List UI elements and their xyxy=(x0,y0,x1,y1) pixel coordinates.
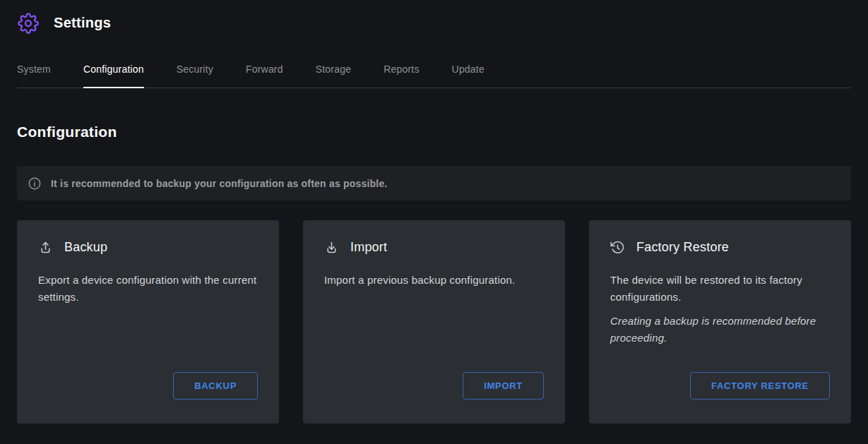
card-note: Creating a backup is recommended before … xyxy=(610,313,830,347)
tab-storage[interactable]: Storage xyxy=(316,64,351,88)
upload-icon xyxy=(38,240,53,255)
settings-gear-icon xyxy=(17,12,40,35)
backup-card-header: Backup xyxy=(38,240,258,255)
tab-security[interactable]: Security xyxy=(177,64,213,88)
info-banner-text: It is recommended to backup your configu… xyxy=(51,178,387,189)
factory-restore-card: Factory Restore The device will be resto… xyxy=(589,220,851,424)
configuration-cards: Backup Export a device configuration wit… xyxy=(17,220,851,424)
factory-restore-button[interactable]: FACTORY RESTORE xyxy=(690,372,830,400)
app-title: Settings xyxy=(54,15,111,31)
section-title: Configuration xyxy=(17,124,851,140)
tab-configuration[interactable]: Configuration xyxy=(83,64,144,88)
settings-page: Settings System Configuration Security F… xyxy=(0,0,868,444)
tab-reports[interactable]: Reports xyxy=(384,64,419,88)
card-description: The device will be restored to its facto… xyxy=(610,272,830,306)
card-title: Backup xyxy=(64,240,107,255)
tab-system[interactable]: System xyxy=(17,64,51,88)
import-card: Import Import a previous backup configur… xyxy=(303,220,565,424)
import-button[interactable]: IMPORT xyxy=(463,372,544,400)
tab-update[interactable]: Update xyxy=(452,64,484,88)
tab-forward[interactable]: Forward xyxy=(246,64,283,88)
download-icon xyxy=(324,240,339,255)
backup-button[interactable]: BACKUP xyxy=(173,372,258,400)
card-title: Import xyxy=(350,240,387,255)
info-banner: It is recommended to backup your configu… xyxy=(17,166,851,200)
card-description: Export a device configuration with the c… xyxy=(38,272,258,306)
backup-card: Backup Export a device configuration wit… xyxy=(17,220,279,424)
settings-tabs: System Configuration Security Forward St… xyxy=(17,64,851,88)
card-description: Import a previous backup configuration. xyxy=(324,272,544,289)
info-icon xyxy=(28,176,42,191)
restore-icon xyxy=(610,240,625,255)
import-card-header: Import xyxy=(324,240,544,255)
factory-restore-card-header: Factory Restore xyxy=(610,240,830,255)
card-title: Factory Restore xyxy=(636,240,729,255)
page-header: Settings xyxy=(17,0,851,35)
